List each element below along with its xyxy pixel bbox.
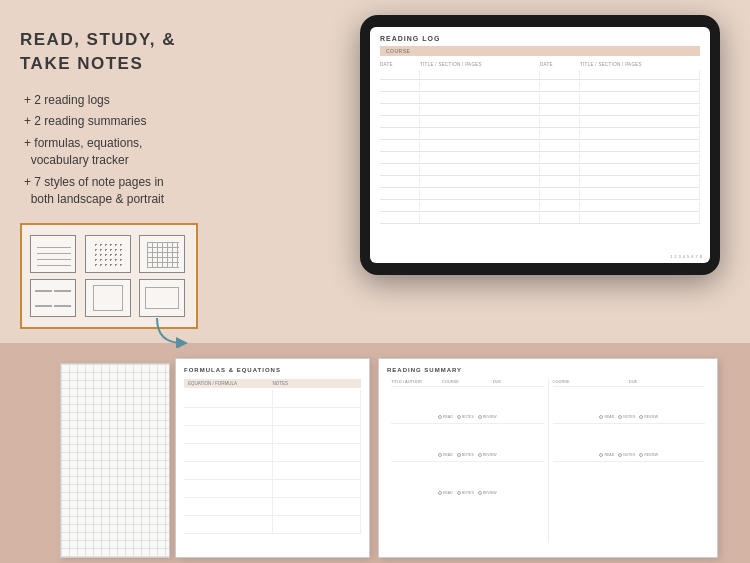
cell-title (580, 118, 700, 127)
cell-title (580, 106, 700, 115)
note-icon-dotted (85, 235, 131, 273)
table-row (380, 130, 700, 140)
cell-date (540, 190, 580, 199)
cell-title (420, 82, 540, 91)
due-col: DUE (493, 379, 544, 384)
cell-date (380, 82, 420, 91)
radio-row: READ NOTES REVIEW (391, 453, 544, 457)
cell-date (380, 214, 420, 223)
radio-review: REVIEW (478, 453, 497, 457)
cell-date (380, 130, 420, 139)
summary-entry: READ NOTES REVIEW (391, 390, 544, 424)
radio-circle (478, 415, 482, 419)
title-author-col: TITLE / AUTHOR (391, 379, 442, 384)
table-row (380, 166, 700, 176)
cell-title (580, 142, 700, 151)
notes-cell (273, 516, 362, 533)
notes-cell (273, 390, 362, 407)
radio-circle (639, 453, 643, 457)
eq-cell (184, 516, 273, 533)
radio-label-notes: NOTES (462, 491, 474, 495)
notes-cell (273, 480, 362, 497)
table-row (380, 154, 700, 164)
radio-circle (438, 415, 442, 419)
eq-cell (184, 462, 273, 479)
cell-date (540, 106, 580, 115)
cell-title (420, 130, 540, 139)
course-col: COURSE (442, 379, 493, 384)
cell-title (420, 106, 540, 115)
cell-date (380, 106, 420, 115)
radio-label-read: READ (443, 453, 453, 457)
eq-cell (184, 444, 273, 461)
table-row (184, 390, 361, 408)
col-date2: DATE (540, 62, 580, 67)
cell-title (580, 214, 700, 223)
radio-notes: NOTES (457, 453, 474, 457)
radio-circle (478, 453, 482, 457)
due-col-right: DUE (629, 379, 705, 384)
radio-label-notes: NOTES (623, 453, 635, 457)
table-row (184, 480, 361, 498)
eq-cell (184, 498, 273, 515)
cell-title (580, 166, 700, 175)
grid-cell (35, 290, 52, 292)
page-number: 2 (674, 254, 676, 259)
notes-cell (273, 408, 362, 425)
arrow-connector (152, 313, 207, 348)
summary-content-area (391, 466, 544, 488)
radio-review: REVIEW (639, 453, 658, 457)
reading-log: READING LOG COURSE DATE TITLE / SECTION … (370, 27, 710, 263)
eq-cell (184, 408, 273, 425)
table-row (380, 70, 700, 80)
grid-cell (54, 290, 71, 292)
cell-date (540, 166, 580, 175)
rl-headers: DATE TITLE / SECTION / PAGES DATE TITLE … (380, 62, 700, 67)
cell-title (580, 190, 700, 199)
cell-date (380, 178, 420, 187)
formulas-doc: FORMULAS & EQUATIONS EQUATION / FORMULA … (175, 358, 370, 558)
radio-circle (438, 491, 442, 495)
cell-date (380, 70, 420, 79)
feature-item-1: + 2 reading logs (20, 92, 220, 109)
radio-review: REVIEW (639, 415, 658, 419)
table-row (380, 178, 700, 188)
radio-row: READ NOTES REVIEW (553, 415, 706, 419)
course-col-right: COURSE (553, 379, 629, 384)
radio-label-notes: NOTES (623, 415, 635, 419)
radio-label-notes: NOTES (462, 415, 474, 419)
radio-read: READ (599, 415, 614, 419)
eq-formula-header: EQUATION / FORMULA (188, 381, 273, 386)
radio-circle (599, 415, 603, 419)
formulas-table-header: EQUATION / FORMULA NOTES (184, 379, 361, 388)
radio-label-review: REVIEW (644, 415, 658, 419)
cell-title (420, 190, 540, 199)
notes-cell (273, 498, 362, 515)
cell-title (580, 70, 700, 79)
notes-cell (273, 462, 362, 479)
radio-circle (639, 415, 643, 419)
cell-title (420, 178, 540, 187)
table-row (184, 444, 361, 462)
cell-date (380, 142, 420, 151)
cell-date (540, 142, 580, 151)
tablet-screen: READING LOG COURSE DATE TITLE / SECTION … (370, 27, 710, 263)
cell-title (420, 118, 540, 127)
table-row (380, 94, 700, 104)
cell-date (540, 94, 580, 103)
table-row (380, 106, 700, 116)
radio-label-read: READ (604, 415, 614, 419)
radio-read: READ (438, 415, 453, 419)
summary-entry: READ NOTES REVIEW (553, 428, 706, 462)
table-row (184, 498, 361, 516)
feature-item-3: + formulas, equations, vocabulary tracke… (20, 135, 220, 169)
radio-circle (438, 453, 442, 457)
features-list: + 2 reading logs + 2 reading summaries +… (20, 92, 220, 208)
table-row (380, 190, 700, 200)
radio-read: READ (599, 453, 614, 457)
table-row (380, 82, 700, 92)
radio-label-notes: NOTES (462, 453, 474, 457)
eq-cell (184, 480, 273, 497)
radio-notes: NOTES (618, 415, 635, 419)
cell-date (380, 94, 420, 103)
